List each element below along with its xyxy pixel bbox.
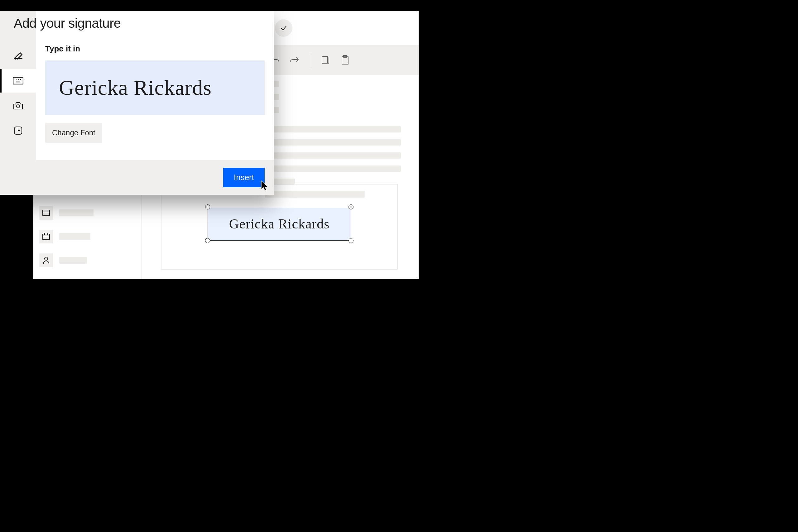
- tab-draw[interactable]: [0, 44, 36, 68]
- field-row[interactable]: [39, 230, 135, 243]
- field-label-placeholder: [59, 209, 94, 216]
- redo-button[interactable]: [288, 54, 301, 66]
- keyboard-icon: [13, 77, 23, 84]
- copy-button[interactable]: [320, 54, 332, 66]
- svg-point-9: [44, 257, 48, 260]
- copy-icon: [321, 55, 331, 65]
- signature-type-panel: Type it in Gericka Rickards Change Font: [36, 11, 274, 160]
- placed-signature-text[interactable]: Gericka Rickards: [208, 207, 351, 241]
- svg-rect-3: [43, 210, 50, 216]
- signature-preview-input[interactable]: Gericka Rickards: [45, 60, 265, 115]
- field-label-placeholder: [59, 257, 87, 264]
- field-label-placeholder: [59, 233, 90, 240]
- resize-handle-br[interactable]: [348, 238, 354, 243]
- panel-subhead: Type it in: [45, 44, 265, 54]
- placed-signature-box[interactable]: Gericka Rickards: [208, 207, 351, 241]
- text-field-icon: [39, 206, 53, 220]
- person-field-icon: [39, 253, 53, 267]
- paste-icon: [340, 55, 350, 65]
- svg-rect-5: [43, 234, 50, 240]
- date-field-icon: [39, 230, 53, 243]
- insert-button[interactable]: Insert: [223, 168, 265, 187]
- resize-handle-tl[interactable]: [205, 205, 210, 209]
- change-font-button[interactable]: Change Font: [45, 123, 102, 143]
- check-icon: [280, 24, 287, 32]
- tab-type[interactable]: [0, 69, 36, 93]
- pencil-icon: [14, 52, 23, 59]
- field-row[interactable]: [39, 253, 135, 267]
- tab-history[interactable]: [0, 119, 36, 142]
- signature-target-field[interactable]: Gericka Rickards: [161, 184, 398, 270]
- field-row[interactable]: [39, 206, 135, 220]
- svg-rect-1: [342, 57, 348, 64]
- svg-rect-0: [322, 56, 328, 63]
- clock-icon: [14, 126, 22, 135]
- resize-handle-tr[interactable]: [348, 205, 354, 209]
- redo-icon: [289, 56, 300, 64]
- resize-handle-bl[interactable]: [205, 238, 210, 243]
- svg-rect-12: [13, 77, 23, 84]
- svg-point-18: [17, 105, 20, 108]
- field-label-placeholder: [265, 191, 365, 197]
- toolbar-divider: [310, 53, 310, 68]
- camera-icon: [13, 101, 23, 110]
- tab-camera[interactable]: [0, 94, 36, 117]
- add-signature-dialog: Add your signature: [0, 11, 274, 195]
- dialog-footer: Insert: [0, 160, 274, 195]
- done-circle-button[interactable]: [275, 19, 292, 37]
- signature-method-tabs: [0, 11, 36, 160]
- paste-button[interactable]: [339, 54, 351, 66]
